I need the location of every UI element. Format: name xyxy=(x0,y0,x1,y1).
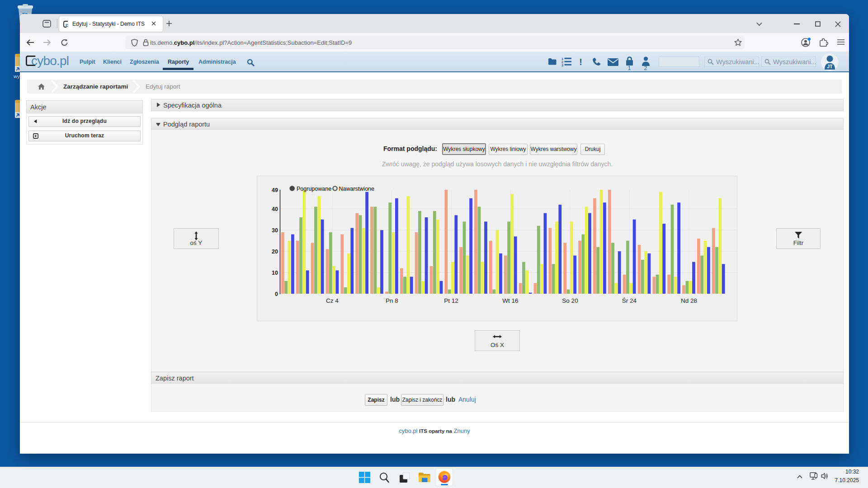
svg-text:c: c xyxy=(66,22,68,28)
svg-text:3: 3 xyxy=(561,63,563,66)
svg-text:Pogrupowane: Pogrupowane xyxy=(297,186,331,192)
svg-text:JT: JT xyxy=(827,64,833,69)
svg-text:Nawarstwione: Nawarstwione xyxy=(339,186,375,192)
